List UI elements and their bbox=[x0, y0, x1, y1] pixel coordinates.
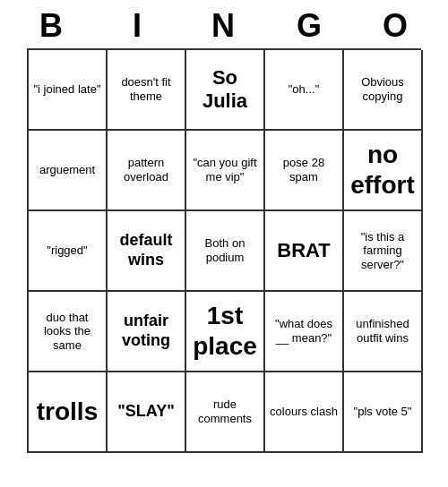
cell-20: trolls bbox=[29, 372, 108, 453]
cell-0: "i joined late" bbox=[29, 50, 108, 131]
cell-4: Obvious copying bbox=[344, 50, 423, 131]
cell-18: "what does __ mean?" bbox=[265, 292, 344, 372]
cell-1: doesn't fit theme bbox=[108, 50, 186, 131]
title-o: O bbox=[357, 7, 435, 45]
cell-22: rude comments bbox=[186, 372, 265, 453]
cell-21: "SLAY" bbox=[108, 372, 186, 453]
cell-19: unfinished outfit wins bbox=[344, 292, 423, 372]
cell-13: BRAT bbox=[265, 211, 344, 292]
cell-9: no effort bbox=[344, 131, 423, 211]
cell-6: pattern overload bbox=[108, 131, 186, 211]
cell-24: "pls vote 5" bbox=[344, 372, 423, 453]
bingo-title: B I N G O bbox=[9, 0, 439, 48]
cell-15: duo that looks the same bbox=[29, 292, 108, 372]
title-g: G bbox=[271, 7, 349, 45]
cell-17: 1st place bbox=[186, 292, 265, 372]
bingo-grid: "i joined late"doesn't fit themeSo Julia… bbox=[27, 48, 421, 453]
cell-16: unfair voting bbox=[108, 292, 186, 372]
cell-3: "oh..." bbox=[265, 50, 344, 131]
cell-12: Both on podium bbox=[186, 211, 265, 292]
cell-23: colours clash bbox=[265, 372, 344, 453]
cell-10: "rigged" bbox=[29, 211, 108, 292]
cell-11: default wins bbox=[108, 211, 186, 292]
title-b: B bbox=[13, 7, 91, 45]
title-i: I bbox=[99, 7, 177, 45]
cell-5: arguement bbox=[29, 131, 108, 211]
cell-8: pose 28 spam bbox=[265, 131, 344, 211]
title-n: N bbox=[185, 7, 263, 45]
cell-2: So Julia bbox=[186, 50, 265, 131]
cell-7: "can you gift me vip" bbox=[186, 131, 265, 211]
cell-14: "is this a farming server?" bbox=[344, 211, 423, 292]
